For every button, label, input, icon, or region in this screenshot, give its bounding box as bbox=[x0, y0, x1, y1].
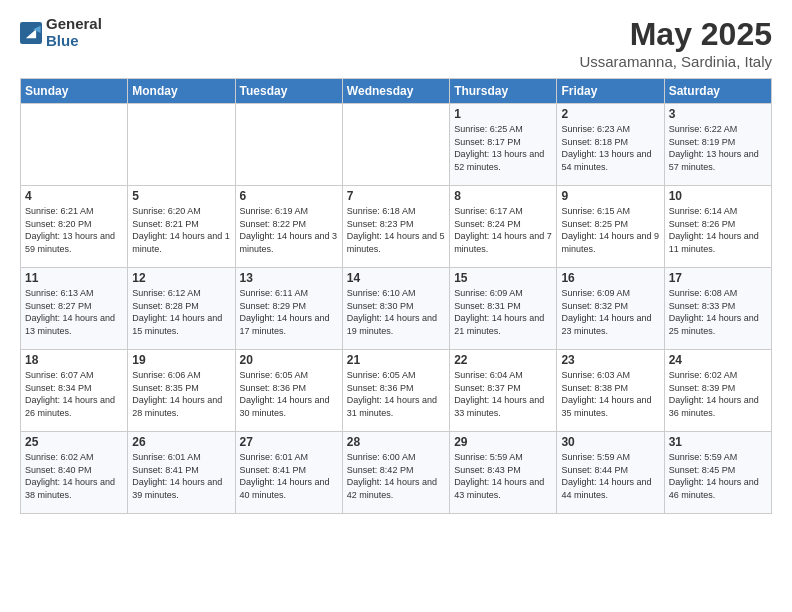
table-cell: 4Sunrise: 6:21 AMSunset: 8:20 PMDaylight… bbox=[21, 186, 128, 268]
table-cell: 8Sunrise: 6:17 AMSunset: 8:24 PMDaylight… bbox=[450, 186, 557, 268]
header-wednesday: Wednesday bbox=[342, 79, 449, 104]
header-sunday: Sunday bbox=[21, 79, 128, 104]
title-block: May 2025 Ussaramanna, Sardinia, Italy bbox=[579, 16, 772, 70]
day-info: Sunrise: 5:59 AMSunset: 8:44 PMDaylight:… bbox=[561, 451, 659, 501]
header-tuesday: Tuesday bbox=[235, 79, 342, 104]
day-number: 5 bbox=[132, 189, 230, 203]
day-number: 6 bbox=[240, 189, 338, 203]
table-cell: 26Sunrise: 6:01 AMSunset: 8:41 PMDayligh… bbox=[128, 432, 235, 514]
day-number: 15 bbox=[454, 271, 552, 285]
day-info: Sunrise: 6:06 AMSunset: 8:35 PMDaylight:… bbox=[132, 369, 230, 419]
table-cell: 1Sunrise: 6:25 AMSunset: 8:17 PMDaylight… bbox=[450, 104, 557, 186]
table-cell bbox=[128, 104, 235, 186]
table-cell: 11Sunrise: 6:13 AMSunset: 8:27 PMDayligh… bbox=[21, 268, 128, 350]
header-thursday: Thursday bbox=[450, 79, 557, 104]
week-row-1: 1Sunrise: 6:25 AMSunset: 8:17 PMDaylight… bbox=[21, 104, 772, 186]
table-cell: 28Sunrise: 6:00 AMSunset: 8:42 PMDayligh… bbox=[342, 432, 449, 514]
weekday-header-row: Sunday Monday Tuesday Wednesday Thursday… bbox=[21, 79, 772, 104]
day-info: Sunrise: 6:01 AMSunset: 8:41 PMDaylight:… bbox=[240, 451, 338, 501]
header-saturday: Saturday bbox=[664, 79, 771, 104]
day-number: 22 bbox=[454, 353, 552, 367]
day-number: 9 bbox=[561, 189, 659, 203]
day-number: 2 bbox=[561, 107, 659, 121]
day-info: Sunrise: 6:05 AMSunset: 8:36 PMDaylight:… bbox=[347, 369, 445, 419]
day-number: 10 bbox=[669, 189, 767, 203]
day-info: Sunrise: 6:19 AMSunset: 8:22 PMDaylight:… bbox=[240, 205, 338, 255]
table-cell: 18Sunrise: 6:07 AMSunset: 8:34 PMDayligh… bbox=[21, 350, 128, 432]
day-number: 12 bbox=[132, 271, 230, 285]
day-number: 26 bbox=[132, 435, 230, 449]
day-info: Sunrise: 6:08 AMSunset: 8:33 PMDaylight:… bbox=[669, 287, 767, 337]
table-cell: 16Sunrise: 6:09 AMSunset: 8:32 PMDayligh… bbox=[557, 268, 664, 350]
table-cell: 17Sunrise: 6:08 AMSunset: 8:33 PMDayligh… bbox=[664, 268, 771, 350]
table-cell: 3Sunrise: 6:22 AMSunset: 8:19 PMDaylight… bbox=[664, 104, 771, 186]
table-cell bbox=[342, 104, 449, 186]
week-row-2: 4Sunrise: 6:21 AMSunset: 8:20 PMDaylight… bbox=[21, 186, 772, 268]
logo-icon bbox=[20, 22, 42, 44]
day-number: 29 bbox=[454, 435, 552, 449]
day-info: Sunrise: 6:04 AMSunset: 8:37 PMDaylight:… bbox=[454, 369, 552, 419]
day-info: Sunrise: 6:15 AMSunset: 8:25 PMDaylight:… bbox=[561, 205, 659, 255]
day-number: 18 bbox=[25, 353, 123, 367]
day-info: Sunrise: 6:09 AMSunset: 8:32 PMDaylight:… bbox=[561, 287, 659, 337]
day-number: 3 bbox=[669, 107, 767, 121]
svg-rect-0 bbox=[20, 22, 42, 44]
logo: General Blue bbox=[20, 16, 102, 49]
table-cell bbox=[21, 104, 128, 186]
day-number: 30 bbox=[561, 435, 659, 449]
table-cell: 20Sunrise: 6:05 AMSunset: 8:36 PMDayligh… bbox=[235, 350, 342, 432]
logo-text: General Blue bbox=[46, 16, 102, 49]
day-info: Sunrise: 6:01 AMSunset: 8:41 PMDaylight:… bbox=[132, 451, 230, 501]
day-number: 19 bbox=[132, 353, 230, 367]
day-number: 24 bbox=[669, 353, 767, 367]
day-info: Sunrise: 6:25 AMSunset: 8:17 PMDaylight:… bbox=[454, 123, 552, 173]
table-cell: 2Sunrise: 6:23 AMSunset: 8:18 PMDaylight… bbox=[557, 104, 664, 186]
day-number: 4 bbox=[25, 189, 123, 203]
table-cell: 12Sunrise: 6:12 AMSunset: 8:28 PMDayligh… bbox=[128, 268, 235, 350]
table-cell: 15Sunrise: 6:09 AMSunset: 8:31 PMDayligh… bbox=[450, 268, 557, 350]
day-info: Sunrise: 6:03 AMSunset: 8:38 PMDaylight:… bbox=[561, 369, 659, 419]
day-info: Sunrise: 6:18 AMSunset: 8:23 PMDaylight:… bbox=[347, 205, 445, 255]
table-cell: 27Sunrise: 6:01 AMSunset: 8:41 PMDayligh… bbox=[235, 432, 342, 514]
table-cell: 6Sunrise: 6:19 AMSunset: 8:22 PMDaylight… bbox=[235, 186, 342, 268]
day-number: 25 bbox=[25, 435, 123, 449]
day-number: 1 bbox=[454, 107, 552, 121]
day-info: Sunrise: 6:13 AMSunset: 8:27 PMDaylight:… bbox=[25, 287, 123, 337]
header-friday: Friday bbox=[557, 79, 664, 104]
header: General Blue May 2025 Ussaramanna, Sardi… bbox=[20, 16, 772, 70]
table-cell: 22Sunrise: 6:04 AMSunset: 8:37 PMDayligh… bbox=[450, 350, 557, 432]
header-monday: Monday bbox=[128, 79, 235, 104]
table-cell: 9Sunrise: 6:15 AMSunset: 8:25 PMDaylight… bbox=[557, 186, 664, 268]
day-number: 31 bbox=[669, 435, 767, 449]
day-info: Sunrise: 6:09 AMSunset: 8:31 PMDaylight:… bbox=[454, 287, 552, 337]
day-number: 13 bbox=[240, 271, 338, 285]
day-number: 23 bbox=[561, 353, 659, 367]
logo-blue-text: Blue bbox=[46, 33, 102, 50]
day-info: Sunrise: 6:00 AMSunset: 8:42 PMDaylight:… bbox=[347, 451, 445, 501]
table-cell: 30Sunrise: 5:59 AMSunset: 8:44 PMDayligh… bbox=[557, 432, 664, 514]
day-info: Sunrise: 6:20 AMSunset: 8:21 PMDaylight:… bbox=[132, 205, 230, 255]
day-info: Sunrise: 6:05 AMSunset: 8:36 PMDaylight:… bbox=[240, 369, 338, 419]
day-info: Sunrise: 6:07 AMSunset: 8:34 PMDaylight:… bbox=[25, 369, 123, 419]
table-cell: 7Sunrise: 6:18 AMSunset: 8:23 PMDaylight… bbox=[342, 186, 449, 268]
day-number: 28 bbox=[347, 435, 445, 449]
week-row-3: 11Sunrise: 6:13 AMSunset: 8:27 PMDayligh… bbox=[21, 268, 772, 350]
day-info: Sunrise: 6:12 AMSunset: 8:28 PMDaylight:… bbox=[132, 287, 230, 337]
day-number: 20 bbox=[240, 353, 338, 367]
day-number: 7 bbox=[347, 189, 445, 203]
day-info: Sunrise: 5:59 AMSunset: 8:43 PMDaylight:… bbox=[454, 451, 552, 501]
day-info: Sunrise: 6:17 AMSunset: 8:24 PMDaylight:… bbox=[454, 205, 552, 255]
day-info: Sunrise: 6:10 AMSunset: 8:30 PMDaylight:… bbox=[347, 287, 445, 337]
logo-general-text: General bbox=[46, 16, 102, 33]
table-cell: 29Sunrise: 5:59 AMSunset: 8:43 PMDayligh… bbox=[450, 432, 557, 514]
table-cell: 10Sunrise: 6:14 AMSunset: 8:26 PMDayligh… bbox=[664, 186, 771, 268]
day-info: Sunrise: 6:23 AMSunset: 8:18 PMDaylight:… bbox=[561, 123, 659, 173]
day-info: Sunrise: 5:59 AMSunset: 8:45 PMDaylight:… bbox=[669, 451, 767, 501]
table-cell: 19Sunrise: 6:06 AMSunset: 8:35 PMDayligh… bbox=[128, 350, 235, 432]
day-number: 17 bbox=[669, 271, 767, 285]
day-info: Sunrise: 6:11 AMSunset: 8:29 PMDaylight:… bbox=[240, 287, 338, 337]
day-number: 11 bbox=[25, 271, 123, 285]
table-cell: 23Sunrise: 6:03 AMSunset: 8:38 PMDayligh… bbox=[557, 350, 664, 432]
day-number: 16 bbox=[561, 271, 659, 285]
week-row-4: 18Sunrise: 6:07 AMSunset: 8:34 PMDayligh… bbox=[21, 350, 772, 432]
